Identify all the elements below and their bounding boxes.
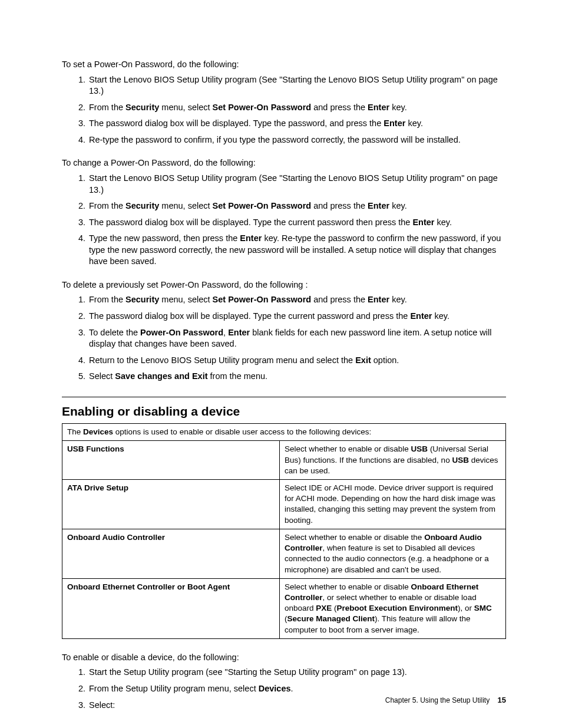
table-row: Onboard Ethernet Controller or Boot Agen…: [62, 578, 506, 638]
table-row: ATA Drive Setup Select IDE or ACHI mode.…: [62, 480, 506, 529]
list-item: Start the Setup Utility program (see "St…: [88, 667, 506, 678]
table-cell-right: Select whether to enable or disable USB …: [279, 441, 505, 480]
table-row: Onboard Audio Controller Select whether …: [62, 529, 506, 578]
list-item: From the Setup Utility program menu, sel…: [88, 683, 506, 695]
section3-list: From the Security menu, select Set Power…: [62, 294, 506, 382]
page-footer: Chapter 5. Using the Setup Utility 15: [385, 695, 506, 706]
list-item: Return to the Lenovo BIOS Setup Utility …: [88, 355, 506, 367]
section1-list: Start the Lenovo BIOS Setup Utility prog…: [62, 74, 506, 146]
section2-list: Start the Lenovo BIOS Setup Utility prog…: [62, 173, 506, 268]
table-cell-right: Select whether to enable or disable Onbo…: [279, 578, 505, 638]
list-item: From the Security menu, select Set Power…: [88, 200, 506, 212]
table-cell-left: Onboard Ethernet Controller or Boot Agen…: [62, 578, 280, 638]
table-cell-right: Select IDE or ACHI mode. Device driver s…: [279, 480, 505, 529]
section3-intro: To delete a previously set Power-On Pass…: [62, 279, 506, 291]
table-header-row: The Devices options is used to enable or…: [62, 424, 506, 441]
table-cell-left: Onboard Audio Controller: [62, 529, 280, 578]
table-row: USB Functions Select whether to enable o…: [62, 441, 506, 480]
document-page: To set a Power-On Password, do the follo…: [0, 0, 562, 728]
table-cell-left: USB Functions: [62, 441, 280, 480]
list-item: The password dialog box will be displaye…: [88, 217, 506, 229]
table-cell-right: Select whether to enable or disable the …: [279, 529, 505, 578]
list-item: Select Save changes and Exit from the me…: [88, 371, 506, 383]
table-header-cell: The Devices options is used to enable or…: [62, 424, 506, 441]
footer-page-number: 15: [498, 696, 506, 704]
section2-intro: To change a Power-On Password, do the fo…: [62, 157, 506, 169]
list-item: From the Security menu, select Set Power…: [88, 294, 506, 306]
list-item: Re-type the password to confirm, if you …: [88, 134, 506, 146]
section1-intro: To set a Power-On Password, do the follo…: [62, 59, 506, 71]
list-item: The password dialog box will be displaye…: [88, 118, 506, 130]
section4-intro: To enable or disable a device, do the fo…: [62, 652, 506, 664]
list-item: The password dialog box will be displaye…: [88, 311, 506, 322]
list-item: To delete the Power-On Password, Enter b…: [88, 327, 506, 350]
list-item: From the Security menu, select Set Power…: [88, 102, 506, 114]
footer-chapter: Chapter 5. Using the Setup Utility: [385, 696, 490, 704]
list-item: Start the Lenovo BIOS Setup Utility prog…: [88, 173, 506, 196]
list-item: Type the new password, then press the En…: [88, 233, 506, 268]
list-item: Start the Lenovo BIOS Setup Utility prog…: [88, 74, 506, 97]
section-heading: Enabling or disabling a device: [62, 397, 506, 420]
devices-table: The Devices options is used to enable or…: [62, 423, 506, 639]
table-cell-left: ATA Drive Setup: [62, 480, 280, 529]
